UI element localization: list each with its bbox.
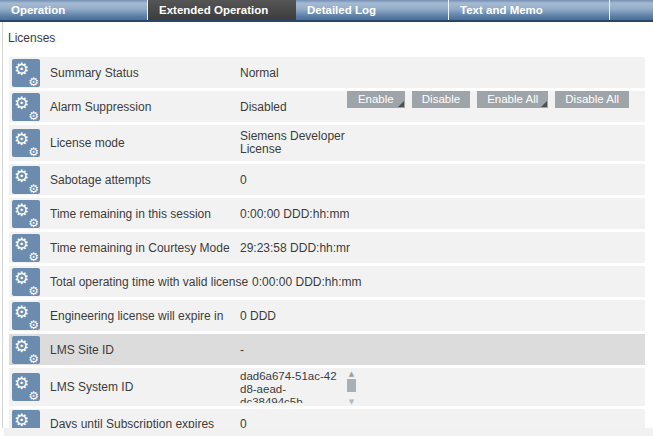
value-line: dc38494c5b xyxy=(240,396,344,403)
gear-large-icon: ⚙ xyxy=(14,373,29,393)
gear-large-icon: ⚙ xyxy=(14,59,29,79)
scrollbar-thumb[interactable] xyxy=(347,379,356,392)
row-sabotage-attempts[interactable]: ⚙ ⚙ Sabotage attempts 0 xyxy=(9,164,645,195)
content-panel: Licenses ⚙ ⚙ Summary Status Normal ⚙ ⚙ A… xyxy=(2,22,653,428)
tab-extended-operation[interactable]: Extended Operation xyxy=(147,0,296,20)
property-value: Disabled xyxy=(240,100,287,114)
enable-all-button[interactable]: Enable All xyxy=(477,91,548,108)
property-value-cell: 0 DDD xyxy=(240,300,645,331)
gear-large-icon: ⚙ xyxy=(14,129,29,149)
button-label: Enable All xyxy=(487,93,538,105)
property-value-cell: Normal xyxy=(240,57,645,88)
property-value: 0 DDD xyxy=(240,309,276,323)
gear-small-icon: ⚙ xyxy=(28,251,39,263)
row-lms-system-id[interactable]: ⚙ ⚙ LMS System ID dad6a674-51ac-42d8-aea… xyxy=(9,368,645,406)
tab-operation[interactable]: Operation xyxy=(0,0,147,20)
gear-small-icon: ⚙ xyxy=(28,217,39,229)
gears-icon: ⚙ ⚙ xyxy=(12,129,40,157)
property-label: Alarm Suppression xyxy=(50,100,240,114)
row-alarm-suppression[interactable]: ⚙ ⚙ Alarm Suppression DisabledEnableDisa… xyxy=(9,91,645,122)
section-title: Licenses xyxy=(3,22,653,45)
row-time-remaining-in-courtesy-mode[interactable]: ⚙ ⚙ Time remaining in Courtesy Mode 29:2… xyxy=(9,232,645,263)
gear-large-icon: ⚙ xyxy=(14,200,29,220)
button-label: Disable xyxy=(422,93,460,105)
disable-all-button[interactable]: Disable All xyxy=(555,91,629,108)
button-label: Disable All xyxy=(565,93,619,105)
gear-small-icon: ⚙ xyxy=(28,353,39,365)
scroll-down-icon[interactable]: ▼ xyxy=(349,398,354,406)
property-value-cell: 0 xyxy=(240,164,645,195)
gear-large-icon: ⚙ xyxy=(14,336,29,356)
row-license-mode[interactable]: ⚙ ⚙ License mode Siemens DeveloperLicens… xyxy=(9,125,645,161)
property-value: 0:00:00 DDD:hh:mm xyxy=(252,275,361,289)
property-label: Time remaining in Courtesy Mode xyxy=(50,241,240,255)
property-value-cell: - xyxy=(240,334,645,365)
gear-small-icon: ⚙ xyxy=(28,319,39,331)
gear-small-icon: ⚙ xyxy=(28,183,39,195)
property-value: - xyxy=(240,343,244,357)
gear-small-icon: ⚙ xyxy=(28,76,39,88)
tab-label: Operation xyxy=(11,4,65,16)
disable-button[interactable]: Disable xyxy=(412,91,470,108)
property-label: LMS System ID xyxy=(50,380,240,394)
row-total-operating-time-with-valid-license[interactable]: ⚙ ⚙ Total operating time with valid lice… xyxy=(9,266,645,297)
property-label: LMS Site ID xyxy=(50,343,240,357)
property-value-cell: Siemens DeveloperLicense xyxy=(240,125,645,161)
gears-icon: ⚙ ⚙ xyxy=(12,373,40,401)
gears-icon: ⚙ ⚙ xyxy=(12,93,40,121)
button-label: Enable xyxy=(358,93,394,105)
row-days-until-subscription-expires[interactable]: ⚙ ⚙ Days until Subscription expires 0 xyxy=(9,409,645,428)
dropdown-corner-icon xyxy=(398,101,404,107)
property-value: Normal xyxy=(240,66,279,80)
tab-bar: Operation Extended Operation Detailed Lo… xyxy=(0,0,653,22)
property-value: 0:00:00 DDD:hh:mm xyxy=(240,207,349,221)
gear-large-icon: ⚙ xyxy=(14,234,29,254)
property-label: License mode xyxy=(50,136,240,150)
property-label: Sabotage attempts xyxy=(50,173,240,187)
gear-small-icon: ⚙ xyxy=(28,110,39,122)
gear-small-icon: ⚙ xyxy=(28,285,39,297)
property-value-cell: 0:00:00 DDD:hh:mm xyxy=(252,266,645,297)
footer-strip xyxy=(4,428,653,436)
property-value-cell: 0 xyxy=(240,409,645,428)
row-lms-site-id[interactable]: ⚙ ⚙ LMS Site ID - xyxy=(9,334,645,365)
scroll-up-icon[interactable]: ▲ xyxy=(349,370,354,378)
row-time-remaining-in-this-session[interactable]: ⚙ ⚙ Time remaining in this session 0:00:… xyxy=(9,198,645,229)
gear-large-icon: ⚙ xyxy=(14,166,29,186)
property-value: 29:23:58 DDD:hh:mr xyxy=(240,241,350,255)
property-value-cell: DisabledEnableDisableEnable AllDisable A… xyxy=(240,91,645,122)
row-summary-status[interactable]: ⚙ ⚙ Summary Status Normal xyxy=(9,57,645,88)
value-line: License xyxy=(240,143,345,156)
gear-large-icon: ⚙ xyxy=(14,302,29,322)
gears-icon: ⚙ ⚙ xyxy=(12,302,40,330)
scrollable-value: dad6a674-51ac-42d8-aead-dc38494c5b▲▼ xyxy=(240,368,357,406)
value-line: d8-aead- xyxy=(240,383,344,396)
gears-icon: ⚙ ⚙ xyxy=(12,166,40,194)
value-text-box: dad6a674-51ac-42d8-aead-dc38494c5b xyxy=(240,370,344,403)
tab-detailed-log[interactable]: Detailed Log xyxy=(296,0,448,20)
tab-label: Text and Memo xyxy=(460,4,543,16)
license-rows: ⚙ ⚙ Summary Status Normal ⚙ ⚙ Alarm Supp… xyxy=(9,57,645,428)
property-label: Total operating time with valid license xyxy=(50,275,252,289)
gears-icon: ⚙ ⚙ xyxy=(12,200,40,228)
gears-icon: ⚙ ⚙ xyxy=(12,268,40,296)
property-value: 0 xyxy=(240,173,247,187)
enable-button[interactable]: Enable xyxy=(347,91,405,108)
gear-small-icon: ⚙ xyxy=(28,390,39,402)
row-engineering-license-will-expire-in[interactable]: ⚙ ⚙ Engineering license will expire in 0… xyxy=(9,300,645,331)
tab-bar-filler xyxy=(609,0,653,20)
gears-icon: ⚙ ⚙ xyxy=(12,410,40,428)
property-label: Days until Subscription expires xyxy=(50,417,240,428)
vertical-scrollbar[interactable]: ▲▼ xyxy=(346,370,357,406)
gear-large-icon: ⚙ xyxy=(14,410,29,428)
gear-small-icon: ⚙ xyxy=(28,146,39,158)
gears-icon: ⚙ ⚙ xyxy=(12,336,40,364)
gear-large-icon: ⚙ xyxy=(14,93,29,113)
property-value: 0 xyxy=(240,417,247,428)
gears-icon: ⚙ ⚙ xyxy=(12,234,40,262)
property-label: Engineering license will expire in xyxy=(50,309,240,323)
value-line: dad6a674-51ac-42 xyxy=(240,370,344,383)
tab-text-and-memo[interactable]: Text and Memo xyxy=(448,0,609,20)
action-buttons: EnableDisableEnable AllDisable All xyxy=(347,91,629,108)
dropdown-corner-icon xyxy=(541,101,547,107)
